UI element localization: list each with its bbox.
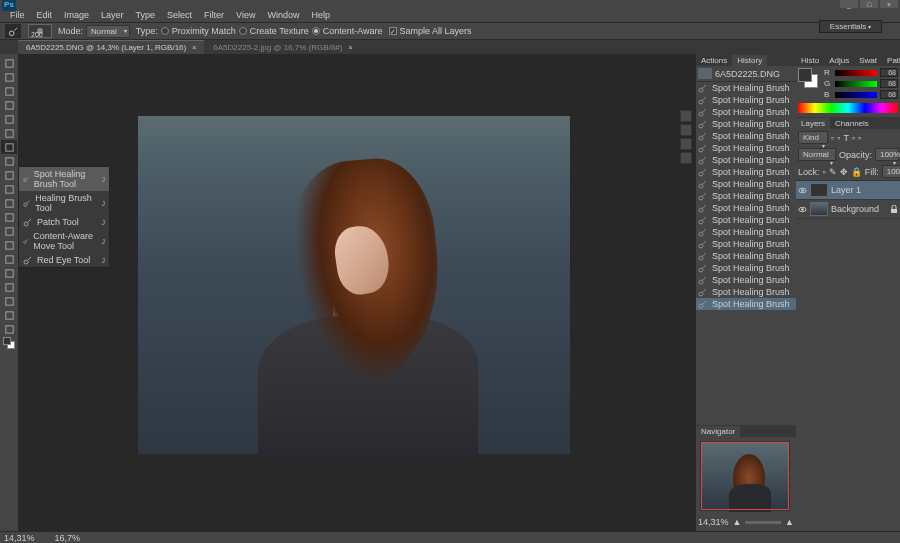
eyedrop-tool[interactable] xyxy=(1,126,17,140)
fill-value[interactable]: 100% xyxy=(882,165,900,178)
menu-layer[interactable]: Layer xyxy=(95,8,130,22)
lock-pos-icon[interactable]: ✥ xyxy=(840,167,848,177)
shape-tool[interactable] xyxy=(1,294,17,308)
menu-select[interactable]: Select xyxy=(161,8,198,22)
history-state[interactable]: Spot Healing Brush xyxy=(696,154,796,166)
menu-type[interactable]: Type xyxy=(130,8,162,22)
eraser-tool[interactable] xyxy=(1,196,17,210)
marquee-tool[interactable] xyxy=(1,70,17,84)
canvas-area[interactable] xyxy=(18,54,696,531)
flyout-item[interactable]: Spot Healing Brush ToolJ xyxy=(19,167,109,191)
tab-channels[interactable]: Channels xyxy=(830,118,874,129)
crop-tool[interactable] xyxy=(1,112,17,126)
filter-icon-4[interactable]: ▫ xyxy=(852,133,855,143)
menu-view[interactable]: View xyxy=(230,8,261,22)
filter-icon-2[interactable]: ▫ xyxy=(837,133,840,143)
history-state[interactable]: Spot Healing Brush xyxy=(696,286,796,298)
radio-content-aware[interactable] xyxy=(312,27,320,35)
tab-layers[interactable]: Layers xyxy=(796,118,830,129)
layer-row[interactable]: Background xyxy=(796,200,900,219)
close-tab-icon[interactable]: × xyxy=(192,44,196,51)
maximize-button[interactable]: □ xyxy=(860,0,878,8)
blur-tool[interactable] xyxy=(1,224,17,238)
b-slider[interactable] xyxy=(835,92,877,98)
lock-image-icon[interactable]: ✎ xyxy=(829,167,837,177)
layer-filter-kind[interactable]: Kind xyxy=(798,131,828,144)
history-state[interactable]: Spot Healing Brush xyxy=(696,166,796,178)
zoom-tool[interactable] xyxy=(1,322,17,336)
lasso-tool[interactable] xyxy=(1,84,17,98)
zoom-out-icon[interactable]: ▲ xyxy=(733,517,742,527)
filter-icon-3[interactable]: T xyxy=(843,133,849,143)
history-state[interactable]: Spot Healing Brush xyxy=(696,262,796,274)
history-state[interactable]: Spot Healing Brush xyxy=(696,106,796,118)
tab-paths[interactable]: Path xyxy=(882,55,900,66)
history-state[interactable]: Spot Healing Brush xyxy=(696,250,796,262)
filter-icon-1[interactable]: ▫ xyxy=(831,133,834,143)
history-state[interactable]: Spot Healing Brush xyxy=(696,202,796,214)
navigator-zoom-slider[interactable] xyxy=(745,521,781,524)
mode-dropdown[interactable]: Normal xyxy=(86,25,130,38)
history-state[interactable]: Spot Healing Brush xyxy=(696,274,796,286)
history-state[interactable]: Spot Healing Brush xyxy=(696,94,796,106)
workspace-switcher[interactable]: Essentials xyxy=(819,20,882,33)
flyout-item[interactable]: Patch ToolJ xyxy=(19,215,109,229)
history-snapshot-thumb[interactable] xyxy=(698,68,712,79)
gradient-tool[interactable] xyxy=(1,210,17,224)
collapsed-icon-3[interactable] xyxy=(680,138,692,150)
flyout-item[interactable]: Red Eye ToolJ xyxy=(19,253,109,267)
history-state[interactable]: Spot Healing Brush xyxy=(696,298,796,310)
layer-row[interactable]: Layer 1 xyxy=(796,181,900,200)
heal-tool[interactable] xyxy=(1,140,17,154)
path-tool[interactable] xyxy=(1,280,17,294)
radio-create-texture[interactable] xyxy=(239,27,247,35)
menu-filter[interactable]: Filter xyxy=(198,8,230,22)
g-slider[interactable] xyxy=(835,81,877,87)
tab-navigator[interactable]: Navigator xyxy=(696,426,740,437)
history-state[interactable]: Spot Healing Brush xyxy=(696,82,796,94)
history-state[interactable]: Spot Healing Brush xyxy=(696,178,796,190)
filter-icon-5[interactable]: ▫ xyxy=(858,133,861,143)
foreground-color[interactable] xyxy=(798,68,812,82)
status-zoom-2[interactable]: 16,7% xyxy=(55,533,81,543)
r-value[interactable]: 68 xyxy=(880,68,898,77)
color-swatches[interactable] xyxy=(798,68,818,88)
history-state[interactable]: Spot Healing Brush xyxy=(696,226,796,238)
history-state[interactable]: Spot Healing Brush xyxy=(696,214,796,226)
color-spectrum[interactable] xyxy=(798,103,898,113)
menu-window[interactable]: Window xyxy=(261,8,305,22)
minimize-button[interactable]: _ xyxy=(840,0,858,8)
lock-trans-icon[interactable]: ▫ xyxy=(823,167,826,177)
pen-tool[interactable] xyxy=(1,252,17,266)
tab-history[interactable]: History xyxy=(732,55,767,66)
lock-all-icon[interactable]: 🔒 xyxy=(851,167,862,177)
document-tab[interactable]: 6A5D2225-2.jpg @ 16,7% (RGB/8#)× xyxy=(205,41,360,54)
collapsed-icon-1[interactable] xyxy=(680,110,692,122)
collapsed-icon-4[interactable] xyxy=(680,152,692,164)
menu-help[interactable]: Help xyxy=(305,8,336,22)
current-tool-icon[interactable] xyxy=(5,24,21,38)
brush-tool[interactable] xyxy=(1,154,17,168)
tab-swatches[interactable]: Swat xyxy=(854,55,882,66)
r-slider[interactable] xyxy=(835,70,877,76)
history-state[interactable]: Spot Healing Brush xyxy=(696,118,796,130)
flyout-item[interactable]: Content-Aware Move ToolJ xyxy=(19,229,109,253)
checkbox-sample-all[interactable] xyxy=(389,27,397,35)
close-tab-icon[interactable]: × xyxy=(348,44,352,51)
radio-proximity[interactable] xyxy=(161,27,169,35)
history-state[interactable]: Spot Healing Brush xyxy=(696,130,796,142)
visibility-icon[interactable] xyxy=(798,205,807,214)
status-zoom-1[interactable]: 14,31% xyxy=(4,533,35,543)
b-value[interactable]: 68 xyxy=(880,90,898,99)
visibility-icon[interactable] xyxy=(798,186,807,195)
tab-histo[interactable]: Histo xyxy=(796,55,824,66)
stamp-tool[interactable] xyxy=(1,168,17,182)
flyout-item[interactable]: Healing Brush ToolJ xyxy=(19,191,109,215)
blend-mode-dropdown[interactable]: Normal xyxy=(798,148,836,161)
tab-adjust[interactable]: Adjus xyxy=(824,55,854,66)
g-value[interactable]: 68 xyxy=(880,79,898,88)
history-state[interactable]: Spot Healing Brush xyxy=(696,238,796,250)
color-swap[interactable] xyxy=(1,336,17,350)
collapsed-icon-2[interactable] xyxy=(680,124,692,136)
menu-image[interactable]: Image xyxy=(58,8,95,22)
